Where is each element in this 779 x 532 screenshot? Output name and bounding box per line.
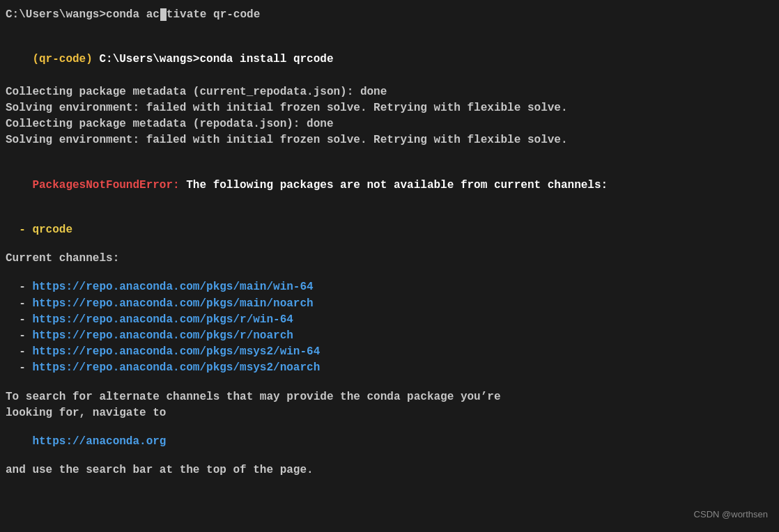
search-bar-msg: and use the search bar at the top of the…	[6, 462, 773, 478]
blank-line-3	[6, 210, 773, 222]
terminal-window: C:\Users\wangs>conda activate qr-code (q…	[6, 7, 773, 525]
anaconda-link: https://anaconda.org	[6, 434, 773, 450]
blank-line-6	[6, 377, 773, 389]
channel-2: - https://repo.anaconda.com/pkgs/main/no…	[6, 296, 773, 312]
env-prompt: (qr-code)	[32, 53, 99, 65]
command-text: conda install qrcode	[199, 53, 333, 65]
output-collecting-2: Collecting package metadata (repodata.js…	[6, 116, 773, 132]
current-channels-label: Current channels:	[6, 251, 773, 267]
command-line-1: C:\Users\wangs>conda activate qr-code	[6, 7, 773, 23]
channel-1: - https://repo.anaconda.com/pkgs/main/wi…	[6, 279, 773, 295]
blank-line-10	[6, 491, 773, 503]
command-after-cursor: tivate qr-code	[167, 8, 260, 21]
output-collecting-1: Collecting package metadata (current_rep…	[6, 84, 773, 100]
channel-4: - https://repo.anaconda.com/pkgs/r/noarc…	[6, 328, 773, 344]
blank-line-9	[6, 478, 773, 491]
channel-6: - https://repo.anaconda.com/pkgs/msys2/n…	[6, 360, 773, 376]
path-prompt: C:\Users\wangs>	[99, 53, 199, 65]
blank-line-2	[6, 149, 773, 162]
navigate-msg-2: looking for, navigate to	[6, 405, 773, 421]
navigate-msg-1: To search for alternate channels that ma…	[6, 389, 773, 405]
command-line-2: (qr-code) C:\Users\wangs>conda install q…	[6, 36, 773, 84]
blank-line-8	[6, 450, 773, 462]
error-line: PackagesNotFoundError: The following pac…	[6, 162, 773, 210]
blank-line-5	[6, 267, 773, 279]
blank-line-4	[6, 238, 773, 251]
output-solving-2: Solving environment: failed with initial…	[6, 132, 773, 148]
prompt-text: C:\Users\wangs>conda ac	[6, 8, 160, 21]
command-line-3: (qr-code) C:\Users\wangs>cd Desktop	[6, 516, 773, 532]
cursor	[160, 8, 167, 21]
blank-line	[6, 23, 773, 36]
blank-line-11	[6, 503, 773, 516]
output-solving-1: Solving environment: failed with initial…	[6, 100, 773, 116]
error-message: The following packages are not available…	[180, 179, 608, 191]
channel-5: - https://repo.anaconda.com/pkgs/msys2/w…	[6, 344, 773, 360]
csdn-watermark: CSDN @worthsen	[694, 509, 768, 519]
channel-3: - https://repo.anaconda.com/pkgs/r/win-6…	[6, 312, 773, 328]
error-label: PackagesNotFoundError:	[32, 179, 179, 191]
package-list-item: - qrcode	[6, 222, 773, 238]
blank-line-7	[6, 421, 773, 434]
